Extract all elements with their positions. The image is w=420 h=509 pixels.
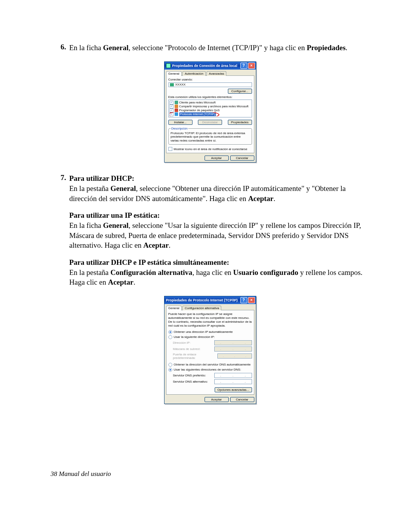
- radio-dns-auto[interactable]: [168, 363, 172, 367]
- dialog-lan-properties: Propiedades de Conexión de área local ? …: [164, 61, 256, 163]
- notify-checkbox[interactable]: [168, 147, 172, 151]
- window-title: Propiedades de Conexión de área local: [172, 64, 240, 68]
- tab-general[interactable]: General: [166, 306, 182, 310]
- subhead-both: Para utilizar DHCP e IP estática simultá…: [69, 257, 369, 268]
- ip-field[interactable]: ...: [214, 340, 252, 345]
- dialog-tcpip-properties: Propiedades de Protocolo Internet (TCP/I…: [164, 296, 256, 404]
- tab-authentication[interactable]: Autenticación: [182, 71, 206, 76]
- mask-field[interactable]: ...: [214, 346, 252, 352]
- step-6: 6. En la ficha General, seleccione "Prot…: [51, 43, 369, 53]
- close-button[interactable]: ×: [248, 63, 255, 69]
- network-icon: [166, 63, 171, 68]
- subhead-dhcp: Para utilizar DHCP:: [69, 173, 369, 184]
- properties-button[interactable]: Propiedades: [228, 120, 252, 125]
- adapter-icon: [170, 83, 174, 86]
- cancel-button[interactable]: Cancelar: [230, 156, 254, 161]
- subhead-static-ip: Para utilizar una IP estática:: [69, 210, 369, 220]
- description-group: Descripción Protocolo TCP/IP. El protoco…: [168, 127, 252, 145]
- window-title: Propiedades de Protocolo Internet (TCP/I…: [166, 298, 240, 302]
- help-button[interactable]: ?: [240, 63, 247, 69]
- figure-lan-properties: Propiedades de Conexión de área local ? …: [51, 61, 369, 163]
- uses-elements-label: Esta conexión utiliza los siguientes ele…: [168, 95, 252, 99]
- configure-button[interactable]: Configurar...: [228, 89, 252, 94]
- step-body: En la ficha General, seleccione "Protoco…: [69, 43, 369, 53]
- adapter-field: XXXXX: [168, 82, 252, 87]
- figure-tcpip-properties: Propiedades de Protocolo Internet (TCP/I…: [51, 296, 369, 404]
- tcpip-item[interactable]: ✓Protocolo Internet (TCP/IP): [170, 112, 251, 116]
- step-body: Para utilizar DHCP: En la pestaña Genera…: [69, 173, 369, 287]
- radio-ip-auto[interactable]: [168, 330, 172, 334]
- install-button[interactable]: Instalar...: [168, 120, 192, 125]
- radio-ip-manual[interactable]: [168, 335, 172, 339]
- tab-alt-config[interactable]: Configuración alternativa: [182, 306, 222, 310]
- ok-button[interactable]: Aceptar: [205, 397, 229, 402]
- close-button[interactable]: ×: [248, 297, 255, 303]
- dns2-field[interactable]: ...: [214, 379, 252, 384]
- page-footer: 38 Manual del usuario: [51, 470, 111, 478]
- intro-text: Puede hacer que la configuración IP se a…: [168, 312, 252, 328]
- advanced-button[interactable]: Opciones avanzadas...: [215, 387, 252, 392]
- gateway-field[interactable]: ...: [217, 353, 252, 359]
- elements-list[interactable]: ✓Cliente para redes Microsoft ✓Compartir…: [168, 100, 252, 117]
- tab-general[interactable]: General: [166, 71, 182, 76]
- titlebar: Propiedades de Protocolo Internet (TCP/I…: [164, 296, 256, 304]
- help-button[interactable]: ?: [240, 297, 247, 303]
- dns1-field[interactable]: ...: [214, 373, 252, 378]
- tab-advanced[interactable]: Avanzadas: [206, 71, 226, 76]
- step-number: 7.: [51, 173, 66, 287]
- cancel-button[interactable]: Cancelar: [230, 397, 254, 402]
- ok-button[interactable]: Aceptar: [205, 156, 229, 161]
- step-7: 7. Para utilizar DHCP: En la pestaña Gen…: [51, 173, 369, 287]
- titlebar: Propiedades de Conexión de área local ? …: [164, 62, 256, 70]
- step-number: 6.: [51, 43, 66, 53]
- radio-dns-manual[interactable]: [168, 368, 172, 372]
- uninstall-button[interactable]: Desinstalar: [198, 120, 222, 125]
- connect-using-label: Conectar usando:: [168, 78, 252, 81]
